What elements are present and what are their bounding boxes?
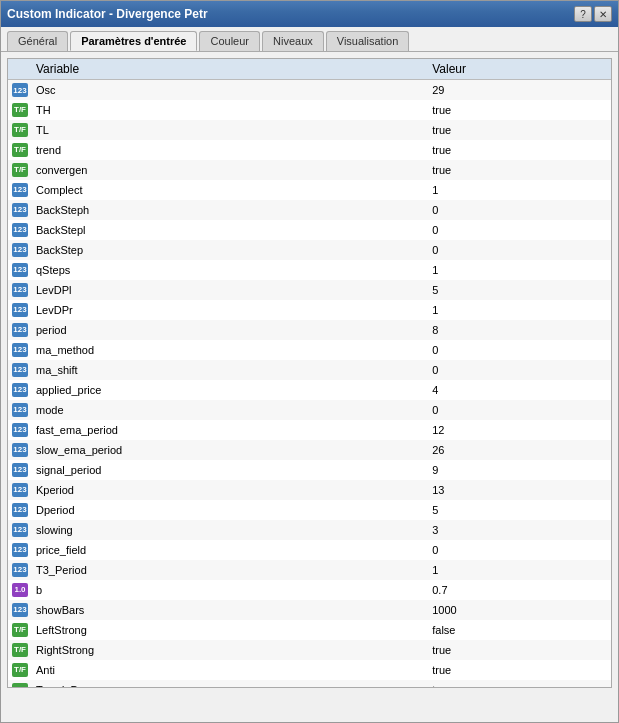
table-row[interactable]: T/Fconvergentrue	[8, 160, 611, 180]
row-value[interactable]: 3	[426, 520, 611, 540]
row-value[interactable]: 29	[426, 80, 611, 100]
title-bar-buttons: ? ✕	[574, 6, 612, 22]
row-value[interactable]: 26	[426, 440, 611, 460]
table-row[interactable]: T/FRightStrongtrue	[8, 640, 611, 660]
row-value[interactable]: 13	[426, 480, 611, 500]
row-icon-cell: 123	[8, 540, 30, 560]
help-button[interactable]: ?	[574, 6, 592, 22]
row-icon-cell: 123	[8, 420, 30, 440]
var-type-icon: T/F	[12, 123, 28, 137]
row-icon-cell: T/F	[8, 160, 30, 180]
row-icon-cell: T/F	[8, 620, 30, 640]
row-value[interactable]: true	[426, 120, 611, 140]
var-type-icon: T/F	[12, 663, 28, 677]
main-window: Custom Indicator - Divergence Petr ? ✕ G…	[0, 0, 619, 723]
var-type-icon: 123	[12, 483, 28, 497]
table-row[interactable]: 123ma_method0	[8, 340, 611, 360]
table-row[interactable]: 123Dperiod5	[8, 500, 611, 520]
params-table-wrapper[interactable]: Variable Valeur 123Osc29T/FTHtrueT/FTLtr…	[7, 58, 612, 688]
row-variable: TH	[30, 100, 426, 120]
row-value[interactable]: true	[426, 640, 611, 660]
window-title: Custom Indicator - Divergence Petr	[7, 7, 208, 21]
row-value[interactable]: 0.7	[426, 580, 611, 600]
row-value[interactable]: true	[426, 100, 611, 120]
table-row[interactable]: 123slow_ema_period26	[8, 440, 611, 460]
row-value[interactable]: true	[426, 160, 611, 180]
row-value[interactable]: 9	[426, 460, 611, 480]
row-icon-cell: 123	[8, 320, 30, 340]
row-variable: slow_ema_period	[30, 440, 426, 460]
row-value[interactable]: true	[426, 680, 611, 689]
row-value[interactable]: 8	[426, 320, 611, 340]
tab-visualization[interactable]: Visualisation	[326, 31, 410, 51]
row-value[interactable]: 0	[426, 400, 611, 420]
row-value[interactable]: 0	[426, 200, 611, 220]
table-row[interactable]: T/FTLtrue	[8, 120, 611, 140]
row-value[interactable]: 1	[426, 560, 611, 580]
tab-levels[interactable]: Niveaux	[262, 31, 324, 51]
table-row[interactable]: 123slowing3	[8, 520, 611, 540]
table-row[interactable]: 123applied_price4	[8, 380, 611, 400]
row-icon-cell: T/F	[8, 680, 30, 689]
table-row[interactable]: 123Kperiod13	[8, 480, 611, 500]
table-row[interactable]: 123BackStep0	[8, 240, 611, 260]
row-variable: LevDPr	[30, 300, 426, 320]
table-row[interactable]: 123fast_ema_period12	[8, 420, 611, 440]
var-type-icon: 123	[12, 203, 28, 217]
table-row[interactable]: 123period8	[8, 320, 611, 340]
row-variable: slowing	[30, 520, 426, 540]
table-row[interactable]: 123LevDPr1	[8, 300, 611, 320]
row-value[interactable]: false	[426, 620, 611, 640]
row-value[interactable]: 4	[426, 380, 611, 400]
row-variable: ma_method	[30, 340, 426, 360]
table-row[interactable]: 123T3_Period1	[8, 560, 611, 580]
table-row[interactable]: 123showBars1000	[8, 600, 611, 620]
row-value[interactable]: 0	[426, 220, 611, 240]
row-icon-cell: 123	[8, 400, 30, 420]
var-type-icon: 123	[12, 323, 28, 337]
row-value[interactable]: 0	[426, 240, 611, 260]
table-row[interactable]: T/FTHtrue	[8, 100, 611, 120]
table-row[interactable]: 123price_field0	[8, 540, 611, 560]
row-value[interactable]: 12	[426, 420, 611, 440]
row-value[interactable]: 1	[426, 260, 611, 280]
table-row[interactable]: 123BackStepl0	[8, 220, 611, 240]
row-value[interactable]: 0	[426, 340, 611, 360]
row-variable: ma_shift	[30, 360, 426, 380]
row-variable: trend	[30, 140, 426, 160]
table-row[interactable]: 123BackSteph0	[8, 200, 611, 220]
tab-input-params[interactable]: Paramètres d'entrée	[70, 31, 197, 51]
table-row[interactable]: T/FAntitrue	[8, 660, 611, 680]
row-icon-cell: 123	[8, 380, 30, 400]
var-type-icon: 123	[12, 223, 28, 237]
row-variable: qSteps	[30, 260, 426, 280]
row-value[interactable]: true	[426, 140, 611, 160]
row-value[interactable]: 0	[426, 540, 611, 560]
table-row[interactable]: 123Complect1	[8, 180, 611, 200]
row-variable: Anti	[30, 660, 426, 680]
row-value[interactable]: 1	[426, 180, 611, 200]
table-row[interactable]: 123mode0	[8, 400, 611, 420]
table-row[interactable]: 123ma_shift0	[8, 360, 611, 380]
table-row[interactable]: T/Ftrendtrue	[8, 140, 611, 160]
row-icon-cell: 123	[8, 600, 30, 620]
row-value[interactable]: 5	[426, 500, 611, 520]
row-value[interactable]: 5	[426, 280, 611, 300]
table-row[interactable]: 123Osc29	[8, 80, 611, 100]
table-row[interactable]: 123LevDPl5	[8, 280, 611, 300]
table-row[interactable]: 123qSteps1	[8, 260, 611, 280]
var-type-icon: 123	[12, 423, 28, 437]
table-row[interactable]: 123signal_period9	[8, 460, 611, 480]
row-value[interactable]: true	[426, 660, 611, 680]
row-value[interactable]: 1	[426, 300, 611, 320]
var-type-icon: 123	[12, 283, 28, 297]
tab-general[interactable]: Général	[7, 31, 68, 51]
table-row[interactable]: T/FLeftStrongfalse	[8, 620, 611, 640]
row-value[interactable]: 0	[426, 360, 611, 380]
row-variable: RightStrong	[30, 640, 426, 660]
table-row[interactable]: T/FTrend_Downtrue	[8, 680, 611, 689]
row-value[interactable]: 1000	[426, 600, 611, 620]
close-button[interactable]: ✕	[594, 6, 612, 22]
table-row[interactable]: 1.0b0.7	[8, 580, 611, 600]
tab-color[interactable]: Couleur	[199, 31, 260, 51]
